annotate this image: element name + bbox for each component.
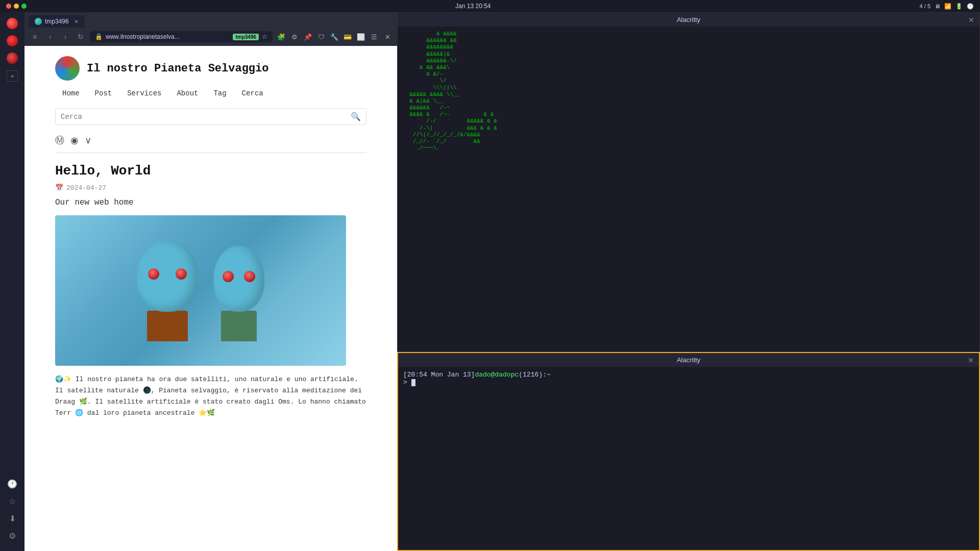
monitor-icon: 🖥 [935, 3, 940, 9]
main-layout: + 🕐 ☆ ⬇ ⚙ tmp3496 ✕ ≡ ‹ › ↻ [0, 12, 980, 551]
terminal-cursor-line: > [403, 379, 974, 386]
post-subtitle: Our new web home [55, 198, 366, 207]
extensions-icon[interactable]: 🧩 [276, 31, 287, 42]
traffic-light-red[interactable] [6, 4, 11, 9]
bookmarks-icon[interactable]: ☆ [5, 494, 19, 508]
alacritty-bottom-content[interactable]: [20:54 Mon Jan 13]dado@dadopc(1216):~ > [398, 367, 979, 550]
alacritty-bottom-title: Alacritty [677, 356, 700, 364]
nav-tag[interactable]: Tag [206, 87, 233, 100]
lock-icon: 🔒 [95, 33, 103, 40]
browser-chrome: tmp3496 ✕ ≡ ‹ › ↻ 🔒 www.ilnostropianetas… [24, 12, 397, 46]
traffic-light-green[interactable] [21, 4, 27, 9]
close-icon[interactable]: ✕ [382, 31, 393, 42]
site-header: Il nostro Pianeta Selvaggio Home Post Se… [24, 46, 397, 100]
star-icon[interactable]: ☆ [262, 33, 267, 40]
workspace-indicator: 4 / 5 [920, 3, 930, 9]
profile-avatar-1 [7, 18, 18, 29]
browser-sidebar-toggle[interactable]: ≡ [29, 31, 41, 43]
mastodon-icon[interactable]: Ⓜ [55, 134, 64, 146]
alacritty-top-title: Alacritty [677, 16, 700, 23]
terminal-cursor [411, 379, 415, 386]
alacritty-top-content[interactable]: & &&&& &&&&&& && &&&&&&&& &&&&&|& &&&&&&… [398, 27, 979, 352]
post-image [55, 215, 346, 366]
post-body: 🌍✨ Il nostro pianeta ha ora due satellit… [55, 374, 366, 419]
puzzle-icon[interactable]: 🔧 [329, 31, 340, 42]
nav-refresh-button[interactable]: ↻ [75, 31, 87, 43]
nav-forward-button[interactable]: › [59, 31, 71, 43]
site-logo [55, 56, 80, 81]
nav-cerca[interactable]: Cerca [235, 87, 271, 100]
prompt-path: :~ [543, 371, 551, 379]
nav-post[interactable]: Post [88, 87, 119, 100]
rss-icon[interactable]: ◉ [70, 135, 79, 146]
browser-content: Il nostro Pianeta Selvaggio Home Post Se… [24, 46, 397, 551]
alacritty-top-terminal: Alacritty ✕ & &&&& &&&&&& && &&&&&&&& &&… [397, 12, 980, 352]
clock-icon: 🕐 [967, 3, 974, 10]
post-title: Hello, World [55, 163, 366, 179]
alien-head-2 [213, 245, 264, 312]
tab-favicon [35, 18, 42, 25]
terminal-prompt: [20:54 Mon Jan 13]dado@dadopc(1216):~ [403, 371, 974, 379]
ascii-art: & &&&& &&&&&& && &&&&&&&& &&&&&|& &&&&&&… [403, 31, 974, 152]
history-icon[interactable]: 🕐 [5, 477, 19, 491]
battery-icon: 🔋 [955, 3, 963, 10]
sidebar-profile-3[interactable] [5, 51, 19, 65]
traffic-light-yellow[interactable] [14, 4, 19, 9]
nav-home[interactable]: Home [55, 87, 87, 100]
browser-sidebar: + 🕐 ☆ ⬇ ⚙ [0, 12, 24, 551]
tab-label: tmp3496 [45, 18, 69, 25]
alacritty-top-titlebar: Alacritty ✕ [398, 13, 979, 27]
gear-icon[interactable]: ⚙ [289, 31, 300, 42]
system-bar: Jan 13 20:54 4 / 5 🖥 📶 🔋 🕐 [0, 0, 980, 12]
site-logo-row: Il nostro Pianeta Selvaggio [55, 56, 366, 81]
social-icons: Ⓜ ◉ ∨ [24, 130, 397, 153]
alacritty-bottom-titlebar: Alacritty ✕ [398, 353, 979, 367]
nav-back-button[interactable]: ‹ [44, 31, 56, 43]
search-button[interactable]: 🔍 [351, 112, 361, 121]
shield-icon[interactable]: 🛡 [315, 31, 327, 42]
menu-icon[interactable]: ☰ [369, 31, 380, 42]
site-nav: Home Post Services About Tag Cerca [55, 87, 366, 100]
alacritty-bottom-terminal: Alacritty ✕ [20:54 Mon Jan 13]dado@dadop… [397, 352, 980, 551]
alien-head-1 [137, 240, 198, 312]
post-area: Hello, World 📅 2024-04-27 Our new web ho… [24, 163, 397, 419]
traffic-lights [6, 4, 27, 9]
sidebar-profile-2[interactable] [5, 34, 19, 48]
url-text: www.ilnostropianetaselva... [106, 33, 230, 40]
browser-tabs: tmp3496 ✕ [24, 12, 397, 28]
settings-icon[interactable]: ⚙ [5, 529, 19, 543]
tab-close-button[interactable]: ✕ [74, 18, 79, 25]
wallet-icon[interactable]: 💳 [342, 31, 353, 42]
content-divider [55, 153, 366, 153]
prompt-pid: (1216) [519, 371, 543, 379]
browser-nav: ≡ ‹ › ↻ 🔒 www.ilnostropianetaselva... tm… [24, 28, 397, 46]
system-datetime: Jan 13 20:54 [455, 3, 491, 10]
calendar-icon: 📅 [55, 184, 63, 192]
alacritty-bottom-close[interactable]: ✕ [968, 356, 974, 364]
alacritty-top-close[interactable]: ✕ [968, 16, 974, 24]
downloads-icon[interactable]: ⬇ [5, 511, 19, 525]
search-input[interactable] [61, 113, 351, 121]
url-bar[interactable]: 🔒 www.ilnostropianetaselva... tmp3496 ☆ [90, 31, 273, 42]
profile-avatar-3 [7, 53, 18, 64]
nav-services[interactable]: Services [120, 87, 168, 100]
more-icon[interactable]: ∨ [85, 135, 91, 146]
profile-avatar-2 [7, 35, 18, 46]
browser-window: tmp3496 ✕ ≡ ‹ › ↻ 🔒 www.ilnostropianetas… [24, 12, 397, 551]
sidebar-profile-1[interactable] [5, 16, 19, 31]
system-bar-left [6, 4, 27, 9]
prompt-user: dado@dadopc [475, 371, 519, 379]
alien-illustration [137, 240, 264, 341]
search-bar[interactable]: 🔍 [55, 108, 366, 125]
pin-icon[interactable]: 📌 [302, 31, 313, 42]
active-browser-tab[interactable]: tmp3496 ✕ [29, 15, 85, 28]
prompt-time: [20:54 Mon Jan 13] [403, 371, 475, 379]
add-profile-button[interactable]: + [7, 70, 18, 82]
post-meta: 📅 2024-04-27 [55, 184, 366, 192]
wifi-icon: 📶 [944, 3, 951, 10]
tab-manager-icon[interactable]: ⬜ [355, 31, 366, 42]
nav-about[interactable]: About [169, 87, 205, 100]
site-title: Il nostro Pianeta Selvaggio [87, 62, 268, 75]
alien-eye-left-2 [223, 271, 234, 282]
alien-eye-right-2 [244, 271, 255, 282]
